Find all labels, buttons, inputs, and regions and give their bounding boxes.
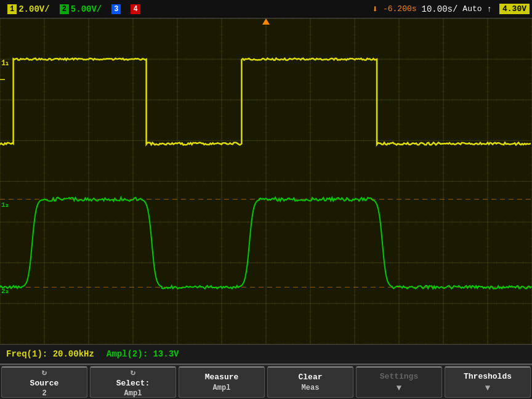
settings-button[interactable]: Settings ▼: [356, 366, 442, 398]
select-icon: ↻: [131, 367, 135, 377]
ch1-volt: 2.00V/: [18, 4, 49, 14]
freq-measurement: Freq(1): 20.00kHz: [6, 349, 94, 359]
settings-down-icon: ▼: [397, 383, 401, 393]
measurement-bar: Freq(1): 20.00kHz Ampl(2): 13.3V: [0, 344, 532, 364]
select-sub: Ampl: [124, 389, 142, 398]
top-status-bar: 1 2.00V/ 2 5.00V/ 3 4 ⬇ -6.200s 10.00s/ …: [0, 0, 532, 18]
time-div: 10.00s/: [422, 4, 458, 14]
ch1-indicator: 1 2.00V/: [2, 3, 55, 15]
measure-button[interactable]: Measure Ampl: [179, 366, 265, 398]
ch3-indicator: 3: [107, 3, 126, 15]
ch4-box: 4: [131, 4, 140, 14]
source-button[interactable]: ↻ Source 2: [1, 366, 87, 398]
thresholds-button[interactable]: Thresholds ▼: [445, 366, 531, 398]
measure-sub: Ampl: [213, 384, 231, 392]
ch1-box: 1: [7, 4, 17, 14]
clear-sub: Meas: [302, 384, 320, 392]
source-icon: ↻: [42, 367, 47, 377]
oscilloscope: 1 2.00V/ 2 5.00V/ 3 4 ⬇ -6.200s 10.00s/ …: [0, 0, 532, 399]
ch2-box: 2: [60, 4, 69, 14]
clear-label: Clear: [298, 373, 322, 382]
waveform-canvas: [0, 18, 532, 344]
time-info: ⬇ -6.200s 10.00s/ Auto ↑ 4.30V: [372, 3, 530, 15]
trigger-icon: ↑: [487, 4, 492, 14]
freq-label: Freq(1):: [6, 349, 47, 359]
settings-label: Settings: [380, 372, 418, 382]
ch2-volt: 5.00V/: [71, 4, 102, 14]
ch1-trigger-volt: 4.30V: [499, 4, 530, 14]
thresholds-down-icon: ▼: [485, 383, 490, 393]
ch4-indicator: 4: [126, 3, 145, 15]
mode-label: Auto: [462, 4, 482, 14]
ampl-label: Ampl(2):: [107, 349, 148, 359]
bottom-button-bar: ↻ Source 2 ↻ Select: Ampl Measure Ampl C…: [0, 364, 532, 399]
thresholds-label: Thresholds: [464, 372, 512, 382]
source-label: Source: [30, 379, 59, 389]
ampl-value: 13.3V: [153, 349, 179, 359]
clear-meas-button[interactable]: Clear Meas: [267, 366, 353, 398]
freq-value: 20.00kHz: [53, 349, 94, 359]
waveform-area: [0, 18, 532, 344]
select-button[interactable]: ↻ Select: Ampl: [90, 366, 176, 398]
ch2-indicator: 2 5.00V/: [55, 3, 107, 15]
time-offset: -6.200s: [383, 4, 417, 14]
trigger-arrow: ⬇: [372, 3, 378, 15]
source-sub: 2: [42, 389, 46, 398]
ampl-measurement: Ampl(2): 13.3V: [107, 349, 179, 359]
select-label: Select:: [116, 379, 150, 389]
ch3-box: 3: [111, 4, 121, 14]
measure-label: Measure: [205, 373, 239, 382]
